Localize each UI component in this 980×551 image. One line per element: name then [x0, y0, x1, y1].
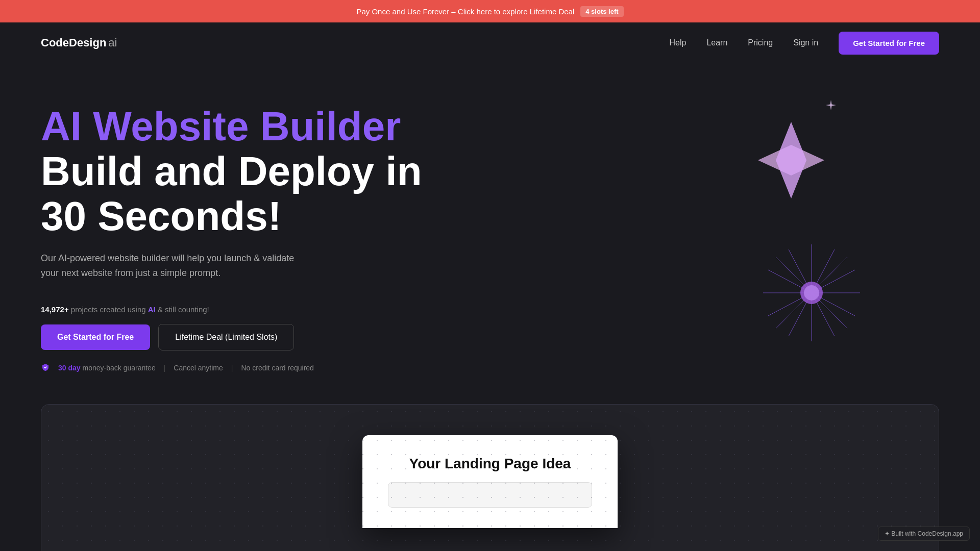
hero-title-white2: 30 Seconds!: [41, 194, 422, 239]
trust-no-cc: No credit card required: [241, 364, 313, 372]
starburst-icon: [761, 242, 863, 346]
navbar: CodeDesign ai Help Learn Pricing Sign in…: [0, 22, 980, 63]
logo-light: ai: [108, 36, 117, 49]
count-ai: AI: [148, 305, 156, 314]
count-text-middle: projects created using: [71, 305, 148, 314]
hero-content: AI Website Builder Build and Deploy in 3…: [41, 104, 422, 373]
count-number: 14,972+: [41, 305, 69, 314]
shield-icon: [41, 363, 50, 373]
svg-line-10: [812, 270, 855, 293]
hero-subtitle: Our AI-powered website builder will help…: [41, 251, 296, 281]
trust-cancel: Cancel anytime: [174, 364, 223, 372]
svg-line-4: [776, 257, 812, 293]
trust-divider1: |: [164, 364, 166, 372]
trust-row: 30 day money-back guarantee | Cancel any…: [41, 363, 422, 373]
projects-count: 14,972+ projects created using AI & stil…: [41, 305, 422, 314]
svg-line-5: [812, 293, 847, 329]
nav-links: Help Learn Pricing Sign in Get Started f…: [669, 32, 939, 55]
nav-cta-button[interactable]: Get Started for Free: [839, 32, 939, 55]
svg-line-14: [812, 249, 835, 293]
hero-buttons: Get Started for Free Lifetime Deal (Limi…: [41, 324, 422, 350]
nav-signin[interactable]: Sign in: [793, 38, 818, 47]
svg-line-8: [789, 249, 812, 293]
demo-dots-decoration: [41, 405, 939, 551]
svg-line-7: [776, 293, 812, 329]
slots-badge: 4 slots left: [580, 6, 623, 17]
announcement-text: Pay Once and Use Forever – Click here to…: [356, 7, 574, 16]
announcement-banner[interactable]: Pay Once and Use Forever – Click here to…: [0, 0, 980, 22]
hero-title-purple: AI Website Builder: [41, 104, 422, 149]
sparkle-diamond-icon: [755, 119, 827, 203]
hero-title-white1: Build and Deploy in: [41, 149, 422, 194]
svg-line-13: [812, 293, 855, 316]
hero-decorations: [725, 94, 878, 339]
hero-section: AI Website Builder Build and Deploy in 3…: [0, 63, 980, 373]
svg-line-6: [812, 257, 847, 293]
svg-line-9: [812, 293, 835, 336]
lifetime-deal-button[interactable]: Lifetime Deal (Limited Slots): [158, 324, 294, 350]
nav-learn[interactable]: Learn: [706, 38, 727, 47]
logo-bold: CodeDesign: [41, 36, 106, 49]
nav-help[interactable]: Help: [669, 38, 686, 47]
svg-line-15: [789, 293, 812, 336]
built-badge: ✦ Built with CodeDesign.app: [878, 527, 970, 541]
sparkle-small-icon: [825, 99, 837, 113]
count-text-after: & still counting!: [158, 305, 209, 314]
svg-point-17: [804, 285, 819, 300]
svg-line-12: [768, 270, 812, 293]
get-started-button[interactable]: Get Started for Free: [41, 324, 150, 350]
trust-divider2: |: [231, 364, 233, 372]
trust-30day: 30 day money-back guarantee: [58, 364, 156, 372]
svg-point-16: [800, 282, 823, 304]
demo-area: Your Landing Page Idea: [41, 404, 939, 551]
built-badge-text: ✦ Built with CodeDesign.app: [885, 530, 963, 537]
nav-pricing[interactable]: Pricing: [748, 38, 773, 47]
svg-line-11: [768, 293, 812, 316]
logo[interactable]: CodeDesign ai: [41, 36, 117, 49]
